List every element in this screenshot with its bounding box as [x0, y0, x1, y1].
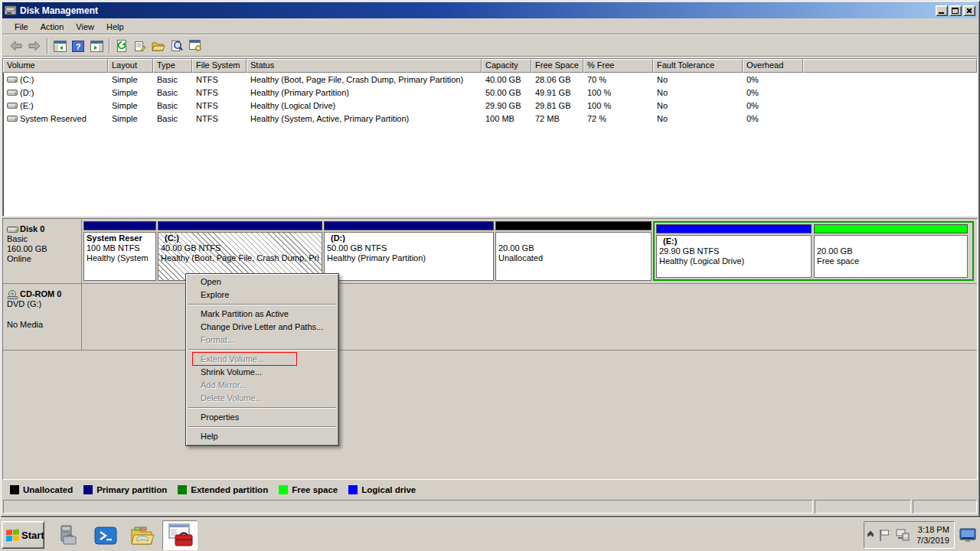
- menu-view[interactable]: View: [70, 21, 100, 33]
- explorer-button[interactable]: [129, 523, 156, 548]
- column-filler: [803, 59, 977, 73]
- server-manager-button[interactable]: [54, 523, 81, 548]
- legend-free-space: Free space: [279, 485, 338, 494]
- column-type[interactable]: Type: [153, 59, 192, 73]
- disk0-label[interactable]: Disk 0 Basic 160.00 GB Online: [3, 219, 82, 283]
- show-console-tree-button[interactable]: [51, 37, 69, 54]
- menu-item-add-mirror[interactable]: Add Mirror...: [187, 379, 338, 392]
- primary-partition-band: [324, 221, 494, 230]
- magnifier-icon: [171, 40, 183, 52]
- free-space-band: [814, 224, 968, 233]
- menu-item-shrink-volume[interactable]: Shrink Volume...: [187, 366, 338, 379]
- menu-file[interactable]: File: [8, 21, 34, 33]
- action-pane-icon: [90, 41, 103, 52]
- primary-partition-band: [83, 221, 156, 230]
- menu-item-open[interactable]: Open: [187, 276, 338, 289]
- powershell-icon: [94, 525, 117, 546]
- menu-item-extend-volume[interactable]: Extend Volume...: [187, 353, 338, 366]
- menu-help[interactable]: Help: [100, 21, 130, 33]
- open-folder-button[interactable]: [149, 37, 168, 54]
- partition-unallocated[interactable]: 20.00 GB Unallocated: [495, 221, 652, 281]
- console-tree-icon: [54, 41, 67, 52]
- volume-icon: [7, 102, 18, 109]
- graphical-view-pane: Disk 0 Basic 160.00 GB Online System Res…: [2, 218, 978, 480]
- partition-c[interactable]: (C:) 40.00 GB NTFS Healthy (Boot, Page F…: [158, 221, 322, 281]
- volume-icon: [7, 76, 18, 83]
- menu-item-explore[interactable]: Explore: [187, 289, 338, 302]
- menu-item-help[interactable]: Help: [187, 430, 338, 443]
- titlebar[interactable]: Disk Management: [2, 2, 978, 18]
- clock-date: 7/3/2019: [916, 535, 949, 546]
- forward-button[interactable]: [25, 37, 44, 54]
- disk0-size: 160.00 GB: [7, 244, 81, 254]
- menu-separator: [188, 407, 336, 409]
- close-button[interactable]: [963, 5, 975, 16]
- legend-primary-partition: Primary partition: [83, 485, 167, 494]
- column-capacity[interactable]: Capacity: [482, 59, 531, 73]
- computer-management-icon: [166, 523, 194, 549]
- refresh-button[interactable]: [113, 37, 131, 54]
- tray-expand-button[interactable]: [868, 532, 873, 538]
- maximize-icon: [952, 8, 959, 14]
- menu-separator: [188, 349, 336, 350]
- column-pct-free[interactable]: % Free: [583, 59, 653, 73]
- legend-extended-partition: Extended partition: [178, 485, 268, 494]
- column-status[interactable]: Status: [247, 59, 482, 73]
- volume-row-c[interactable]: (C:) Simple Basic NTFS Healthy (Boot, Pa…: [3, 73, 977, 86]
- menu-item-delete-volume[interactable]: Delete Volume...: [187, 392, 338, 405]
- system-tray: 3:18 PM 7/3/2019: [864, 521, 955, 549]
- column-layout[interactable]: Layout: [108, 59, 153, 73]
- menu-item-properties[interactable]: Properties: [187, 411, 338, 424]
- column-fault-tolerance[interactable]: Fault Tolerance: [653, 59, 743, 73]
- back-button[interactable]: [7, 37, 25, 54]
- column-overhead[interactable]: Overhead: [743, 59, 803, 73]
- app-icon: [5, 5, 17, 16]
- minimize-button[interactable]: [936, 5, 948, 16]
- partition-system-reserved[interactable]: System Reser 100 MB NTFS Healthy (System: [83, 221, 156, 281]
- show-desktop-button[interactable]: [959, 525, 977, 544]
- disk-management-window: Disk Management File Action View Help ?: [0, 0, 980, 517]
- taskbar: Start 3:18 PM 7/3/2019: [0, 517, 980, 551]
- partition-free-space[interactable]: 20.00 GB Free space: [814, 224, 968, 278]
- column-volume[interactable]: Volume: [3, 59, 108, 73]
- legend-swatch-primary: [83, 485, 93, 494]
- action-center-flag-icon[interactable]: [878, 528, 890, 542]
- powershell-button[interactable]: [92, 523, 119, 548]
- logical-drive-band: [656, 224, 812, 233]
- legend-unallocated: Unallocated: [10, 485, 73, 494]
- column-file-system[interactable]: File System: [192, 59, 247, 73]
- volume-row-e[interactable]: (E:) Simple Basic NTFS Healthy (Logical …: [3, 99, 977, 112]
- start-label: Start: [21, 530, 44, 541]
- menu-item-change-drive-letter[interactable]: Change Drive Letter and Paths...: [187, 321, 338, 334]
- menu-item-mark-partition-active[interactable]: Mark Partition as Active: [187, 308, 338, 321]
- volume-icon: [7, 115, 18, 122]
- cdrom-row: CD-ROM 0 DVD (G:) No Media: [3, 284, 977, 350]
- folder-icon: [152, 41, 165, 51]
- help-toolbar-button[interactable]: ?: [69, 37, 87, 54]
- clock-time: 3:18 PM: [916, 524, 949, 535]
- taskbar-clock[interactable]: 3:18 PM 7/3/2019: [916, 524, 949, 546]
- status-panel: [3, 500, 813, 514]
- start-button[interactable]: Start: [2, 521, 44, 549]
- status-bar: [2, 498, 978, 515]
- column-free-space[interactable]: Free Space: [531, 59, 583, 73]
- network-icon[interactable]: [896, 529, 910, 541]
- partition-context-menu: Open Explore Mark Partition as Active Ch…: [185, 273, 339, 446]
- volume-row-d[interactable]: (D:) Simple Basic NTFS Healthy (Primary …: [3, 86, 977, 99]
- properties-button[interactable]: [131, 37, 149, 54]
- window-title: Disk Management: [20, 5, 934, 16]
- legend-swatch-extended: [178, 485, 187, 494]
- partition-e[interactable]: (E:) 29.90 GB NTFS Healthy (Logical Driv…: [656, 224, 812, 278]
- computer-management-task-button[interactable]: [162, 520, 198, 550]
- cdrom-label[interactable]: CD-ROM 0 DVD (G:) No Media: [3, 284, 82, 350]
- show-action-pane-button[interactable]: [87, 37, 106, 54]
- minimize-icon: [939, 12, 944, 14]
- menu-item-format[interactable]: Format...: [187, 334, 338, 347]
- volume-row-system-reserved[interactable]: System Reserved Simple Basic NTFS Health…: [3, 112, 977, 125]
- view-button[interactable]: [168, 37, 186, 54]
- maximize-button[interactable]: [949, 5, 962, 16]
- menu-action[interactable]: Action: [34, 21, 70, 33]
- partition-d[interactable]: (D:) 50.00 GB NTFS Healthy (Primary Part…: [324, 221, 494, 281]
- explorer-folder-icon: [130, 526, 155, 546]
- console-settings-button[interactable]: [186, 37, 204, 54]
